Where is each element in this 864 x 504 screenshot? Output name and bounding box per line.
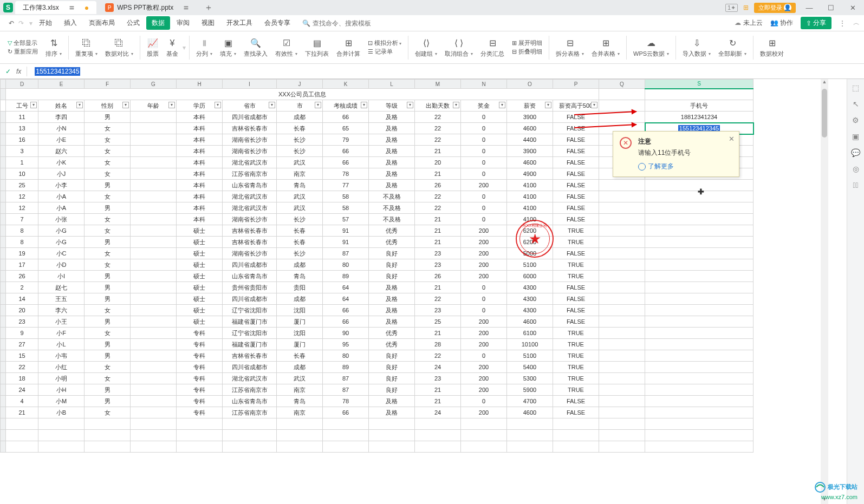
rib-refresh[interactable]: ↻全部刷新 (715, 34, 750, 61)
menu-review[interactable]: 审阅 (171, 16, 195, 30)
cell[interactable]: 5300 (507, 373, 553, 384)
cell[interactable]: 小M (38, 396, 85, 407)
cell[interactable]: 23 (415, 373, 461, 384)
cell[interactable]: 24 (415, 407, 461, 418)
cell[interactable]: 66 (323, 316, 369, 328)
coop-button[interactable]: 👥 协作 (770, 18, 793, 28)
rib-subtotal[interactable]: ⊟分类汇总 (477, 34, 508, 61)
cell[interactable]: FALSE (553, 191, 599, 202)
cell[interactable]: 福建省厦门市 (223, 316, 277, 328)
phone-cell[interactable] (645, 373, 753, 384)
rib-dropdown[interactable]: ▤下拉列表 (302, 34, 332, 61)
column-header[interactable]: S (645, 80, 753, 89)
cell[interactable]: 0 (461, 157, 507, 168)
cell[interactable]: 小红 (38, 362, 85, 373)
filter-button[interactable]: ▾ (269, 102, 275, 108)
rib-fill[interactable]: ▣填充 (217, 34, 239, 61)
search-input[interactable] (313, 19, 378, 27)
cell[interactable]: 不及格 (369, 202, 415, 214)
cell[interactable]: 不及格 (369, 191, 415, 202)
cell[interactable]: 21 (415, 214, 461, 225)
cell[interactable]: 女 (85, 362, 131, 373)
column-header[interactable]: L (369, 80, 415, 89)
cell[interactable]: 0 (461, 134, 507, 146)
table-header-cell[interactable]: 年龄▾ (131, 100, 177, 112)
cell[interactable]: 长沙 (277, 214, 323, 225)
cell[interactable]: 小G (38, 237, 85, 248)
cell[interactable]: 5900 (507, 384, 553, 396)
cell[interactable]: TRUE (553, 384, 599, 396)
side-props-icon[interactable]: ▣ (852, 132, 859, 141)
cell[interactable] (131, 202, 177, 214)
cell[interactable]: 64 (323, 282, 369, 293)
rib-fund[interactable]: ¥基金 (163, 34, 181, 61)
table-row[interactable]: 23小王男硕士福建省厦门市厦门66及格252004600FALSE (1, 316, 753, 328)
cell[interactable]: 16 (6, 134, 38, 146)
cell[interactable]: 80 (323, 259, 369, 271)
cell[interactable]: 6100 (507, 328, 553, 339)
cell[interactable]: 吉林省长春市 (223, 237, 277, 248)
cell[interactable]: 专科 (177, 350, 223, 362)
phone-cell[interactable] (645, 271, 753, 282)
cell[interactable]: 南京 (277, 407, 323, 418)
table-header-cell[interactable]: 工号▾ (6, 100, 38, 112)
phone-cell[interactable] (645, 384, 753, 396)
phone-cell[interactable] (645, 339, 753, 350)
cell[interactable]: 21 (415, 396, 461, 407)
cell[interactable]: 本科 (177, 214, 223, 225)
filter-button[interactable]: ▾ (215, 102, 221, 108)
cell[interactable]: 200 (461, 248, 507, 259)
filter-button[interactable]: ▾ (168, 102, 175, 108)
cell[interactable]: 及格 (369, 293, 415, 305)
cell[interactable]: 10100 (507, 339, 553, 350)
cell[interactable]: 22 (415, 123, 461, 134)
cell[interactable]: 4 (6, 396, 38, 407)
table-header-cell[interactable]: 省市▾ (223, 100, 277, 112)
cell[interactable]: 本科 (177, 146, 223, 157)
cell[interactable]: 22 (415, 134, 461, 146)
cell[interactable]: 女 (85, 157, 131, 168)
cell[interactable]: 辽宁省沈阳市 (223, 305, 277, 316)
cell[interactable]: 89 (323, 271, 369, 282)
column-header[interactable]: D (6, 80, 38, 89)
cell[interactable]: 6000 (507, 271, 553, 282)
phone-cell[interactable] (645, 293, 753, 305)
cell[interactable]: FALSE (553, 157, 599, 168)
cell[interactable]: FALSE (553, 214, 599, 225)
cell[interactable]: 18 (6, 373, 38, 384)
table-row[interactable]: 25小李男本科山东省青岛市青岛77及格262004100FALSE (1, 180, 753, 191)
cell[interactable]: 78 (323, 168, 369, 180)
cell[interactable]: 0 (461, 168, 507, 180)
cell[interactable]: 22 (415, 202, 461, 214)
tab-close-icon[interactable]: 〓 (183, 4, 189, 12)
cell[interactable] (131, 191, 177, 202)
cell[interactable] (131, 146, 177, 157)
cell[interactable]: FALSE (553, 168, 599, 180)
cell[interactable]: 4600 (507, 407, 553, 418)
rib-consolidate[interactable]: ⊞合并计算 (333, 34, 363, 61)
cell[interactable]: 22 (415, 191, 461, 202)
cell[interactable]: FALSE (553, 146, 599, 157)
cell[interactable]: 硕士 (177, 271, 223, 282)
cell[interactable]: 湖北省武汉市 (223, 191, 277, 202)
cell[interactable] (131, 373, 177, 384)
cell[interactable]: 13 (6, 123, 38, 134)
cell[interactable]: 女 (85, 168, 131, 180)
column-header[interactable]: J (277, 80, 323, 89)
cell[interactable]: 硕士 (177, 225, 223, 237)
menu-view[interactable]: 视图 (196, 16, 220, 30)
table-row[interactable]: 8小G男硕士吉林省长春市长春91优秀212006200TRUE (1, 237, 753, 248)
cell[interactable]: 4400 (507, 134, 553, 146)
column-header[interactable]: M (415, 80, 461, 89)
cell[interactable]: 4100 (507, 180, 553, 191)
cell[interactable]: 4600 (507, 123, 553, 134)
cell[interactable]: 3900 (507, 146, 553, 157)
cell[interactable] (131, 362, 177, 373)
cell[interactable]: 专科 (177, 384, 223, 396)
cell[interactable]: 硕士 (177, 305, 223, 316)
table-header-cell[interactable]: 奖金▾ (461, 100, 507, 112)
rib-import[interactable]: ⇩导入数据 (679, 34, 714, 61)
fx-icon[interactable]: fx (16, 68, 21, 75)
cell[interactable]: 男 (85, 384, 131, 396)
table-header-cell[interactable] (599, 100, 645, 112)
